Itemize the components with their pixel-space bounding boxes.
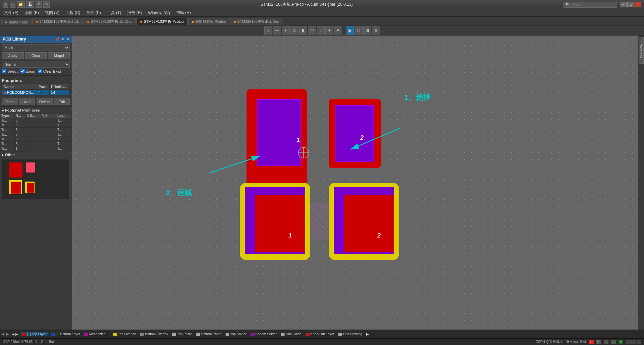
layer-top-solder[interactable]: Top Solder	[224, 332, 248, 336]
toolbar-text[interactable]: A	[334, 26, 342, 34]
layer-more[interactable]: ▶	[365, 332, 370, 336]
mask-row: Mask	[2, 44, 70, 51]
toolbar-cross[interactable]: +	[282, 26, 290, 34]
search-box[interactable]: 🔍	[564, 2, 617, 8]
clear-exist-checkbox-label[interactable]: Clear Exist	[38, 69, 61, 73]
top-solder-label: Top Solder	[230, 332, 247, 336]
layer-drill-drawing[interactable]: Drill Drawing	[337, 332, 363, 336]
menu-help[interactable]: 帮助 (H)	[173, 9, 194, 16]
layer-drill-guide[interactable]: Drill Guide	[280, 332, 303, 336]
comp1-number: 1	[297, 137, 300, 144]
zoom-checkbox[interactable]	[20, 69, 25, 73]
footprints-table: Name Pads Primitiv... ■PCBCOMPON... 4 14	[2, 84, 70, 95]
footprint-row[interactable]: ■PCBCOMPON... 4 14	[2, 90, 70, 95]
mask-dropdown[interactable]: Mask	[2, 44, 70, 51]
toolbar-sep1	[344, 27, 344, 34]
search-input[interactable]	[572, 3, 615, 7]
tab-schlib[interactable]: STM32F103主板.SchLib	[32, 18, 83, 25]
place-button[interactable]: Place	[2, 98, 18, 105]
canvas-background[interactable]: 1 2 1	[72, 36, 638, 330]
tab-mypcblib[interactable]: 我的封装库.PcbLib	[188, 18, 230, 25]
tab-schdoc[interactable]: STM32F103主板.SchDoc	[84, 18, 136, 25]
zoom-checkbox-label[interactable]: Zoom	[20, 69, 35, 73]
edit-button[interactable]: Edit	[54, 98, 70, 105]
status-icon-s: S	[589, 340, 594, 344]
menu-window[interactable]: Window (W)	[145, 10, 172, 16]
menu-view[interactable]: 视图 (V)	[42, 9, 62, 16]
layer-top-overlay[interactable]: Top Overlay	[112, 332, 137, 336]
magnify-button[interactable]: Magni	[48, 52, 70, 59]
properties-tab[interactable]: Properties	[639, 37, 644, 64]
layer-bottom-paste[interactable]: Bottom Paste	[195, 332, 222, 336]
crosshair-svg	[297, 146, 310, 159]
apply-button[interactable]: Apply	[2, 52, 24, 59]
toolbar-pin[interactable]: ✦	[325, 26, 333, 34]
toolbar-layer[interactable]: ⊞	[363, 26, 371, 34]
component-4[interactable]: 2	[329, 183, 399, 260]
layer-nav-arrows[interactable]: ◀ ▶	[11, 332, 19, 336]
clear-exist-checkbox[interactable]	[38, 69, 42, 73]
layer-bottom-overlay[interactable]: Bottom Overlay	[139, 332, 169, 336]
delete-button[interactable]: Delete	[37, 98, 53, 105]
tab-pcblib[interactable]: STM32F103主板.PcbLib	[137, 18, 187, 25]
bottom-paste-label: Bottom Paste	[201, 332, 221, 336]
toolbar-arc[interactable]: ◠	[308, 26, 316, 34]
layer-bottom-solder[interactable]: Bottom Solder	[250, 332, 278, 336]
select-checkbox[interactable]	[2, 69, 6, 73]
toolbar-wire[interactable]: —	[273, 26, 281, 34]
tab-pcbdoc[interactable]: STM32F103主板.PcbDoc	[230, 18, 282, 25]
layer-next[interactable]: ▶	[6, 332, 9, 336]
toolbar-rect[interactable]: □	[290, 26, 299, 34]
bottom-overlay-color	[140, 333, 144, 336]
panel-menu[interactable]: ▼	[61, 37, 65, 42]
save-btn[interactable]: 💾	[26, 1, 34, 8]
normal-dropdown[interactable]: Normal	[2, 61, 70, 68]
clear-button[interactable]: Clear	[25, 52, 47, 59]
panel-pin[interactable]: 📌	[55, 37, 60, 42]
status-left: X:39.949mil Y:79.83mil Grid: 5mil	[3, 340, 55, 344]
maximize-button[interactable]: □	[627, 2, 634, 7]
menu-place[interactable]: 放置 (P)	[84, 9, 103, 16]
component-2[interactable]: 2	[329, 99, 381, 168]
toolbar-3d[interactable]: ⬡	[355, 26, 363, 34]
tab-home[interactable]: Home Page	[1, 19, 32, 25]
component-1[interactable]: 1	[236, 89, 309, 196]
toolbar-more[interactable]: ⊟	[372, 26, 380, 34]
tabbar: Home Page STM32F103主板.SchLib STM32F103主板…	[0, 17, 644, 25]
annotation-step1: 1、选择	[404, 92, 430, 102]
menu-file[interactable]: 文件 (F)	[1, 9, 21, 16]
toolbar-circle[interactable]: ○	[317, 26, 325, 34]
toolbar-bar[interactable]: ▮	[299, 26, 307, 34]
component-3[interactable]: 1	[240, 183, 310, 260]
status-icon1	[626, 340, 631, 344]
toolbar-select[interactable]: ▷	[264, 26, 272, 34]
canvas-area[interactable]: 1 2 1	[72, 36, 638, 330]
comp4-inner: 2	[344, 195, 394, 252]
redo-btn[interactable]: ↷	[43, 1, 50, 8]
new-btn[interactable]: □	[10, 2, 15, 8]
panel-close[interactable]: ✕	[66, 37, 69, 42]
top-paste-label: Top Paste	[177, 332, 192, 336]
open-btn[interactable]: 📁	[17, 1, 25, 8]
add-button[interactable]: Add	[19, 98, 36, 105]
select-checkbox-label[interactable]: Select	[2, 69, 18, 73]
window-controls: ─ □ ✕	[620, 2, 641, 7]
menu-reports[interactable]: 报告 (R)	[124, 9, 145, 16]
toolbar-pad[interactable]: ▣	[346, 26, 354, 34]
layer-top-paste[interactable]: Top Paste	[171, 332, 193, 336]
layer-keepout[interactable]: Keep-Out Layer	[305, 332, 335, 336]
layer-bottom[interactable]: [2] Bottom Layer	[50, 332, 81, 336]
minimize-button[interactable]: ─	[620, 2, 627, 7]
undo-btn[interactable]: ↶	[36, 1, 42, 8]
prim-row: Tr...5...T...	[0, 142, 72, 146]
menu-tools[interactable]: 工具 (T)	[104, 9, 124, 16]
close-button[interactable]: ✕	[635, 2, 641, 7]
layer-top[interactable]: [1] Top Layer	[21, 332, 48, 336]
layer-mechanical[interactable]: Mechanical 1	[83, 332, 110, 336]
layer-prev[interactable]: ◀	[1, 332, 4, 336]
top-paste-color	[172, 333, 176, 336]
toolbar: ▷ — + □ ▮ ◠ ○ ✦ A ▣ ⬡ ⊞ ⊟	[0, 25, 644, 36]
layer-more-icon: ▶	[366, 332, 369, 336]
menu-project[interactable]: 工程 (C)	[63, 9, 83, 16]
menu-edit[interactable]: 编辑 (E)	[22, 9, 42, 16]
